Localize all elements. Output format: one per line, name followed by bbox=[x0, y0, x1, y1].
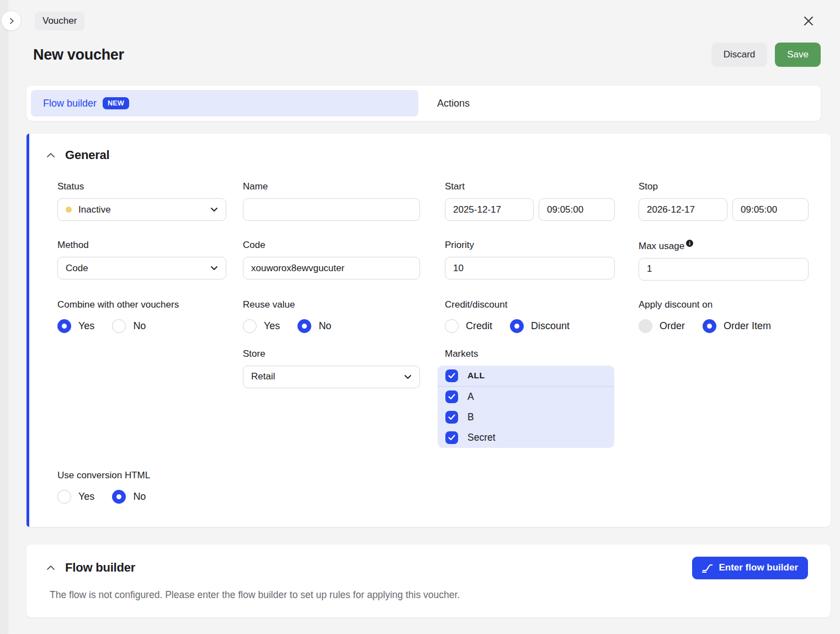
conversion-radio-group: Yes No bbox=[57, 490, 289, 504]
chevron-right-icon bbox=[8, 18, 15, 24]
topbar: Voucher bbox=[26, 0, 831, 30]
left-rail bbox=[0, 0, 7, 634]
radio-selected-icon[interactable] bbox=[297, 319, 311, 333]
credit-discount-label: Credit/discount bbox=[445, 299, 615, 310]
form-row-2: Method Code Code Priority Max usagei bbox=[38, 240, 809, 281]
combine-label: Combine with other vouchers bbox=[57, 299, 226, 310]
method-value: Code bbox=[66, 263, 88, 274]
radio-unselected-icon[interactable] bbox=[243, 319, 257, 333]
title-actions: Discard Save bbox=[711, 43, 821, 67]
general-section-header[interactable]: General bbox=[38, 148, 809, 162]
combine-radio-group: Yes No bbox=[57, 319, 226, 333]
combine-option-yes[interactable]: Yes bbox=[57, 319, 94, 333]
form-row-4: Store Retail Markets ALL bbox=[38, 348, 809, 448]
radio-selected-icon[interactable] bbox=[112, 490, 126, 504]
checkbox-checked-icon[interactable] bbox=[445, 390, 458, 403]
radio-disabled-icon[interactable] bbox=[639, 319, 652, 333]
markets-label: Markets bbox=[445, 348, 615, 360]
market-row-all[interactable]: ALL bbox=[438, 366, 614, 387]
chevron-down-icon bbox=[404, 374, 412, 379]
chevron-down-icon bbox=[210, 266, 218, 271]
discount-option[interactable]: Discount bbox=[510, 319, 570, 333]
priority-label: Priority bbox=[445, 240, 615, 251]
flow-builder-section-header[interactable]: Flow builder bbox=[38, 561, 135, 575]
status-label: Status bbox=[57, 181, 226, 192]
enter-flow-builder-label: Enter flow builder bbox=[719, 562, 798, 573]
conversion-option-yes[interactable]: Yes bbox=[57, 490, 94, 504]
tab-flow-builder[interactable]: Flow builder NEW bbox=[31, 90, 418, 117]
stop-time-input[interactable] bbox=[732, 198, 809, 221]
main-content: Voucher New voucher Discard Save Flow bu… bbox=[26, 0, 831, 617]
form-row-5: Use conversion HTML Yes No bbox=[38, 470, 809, 504]
reuse-label: Reuse value bbox=[243, 299, 420, 310]
reuse-option-no[interactable]: No bbox=[297, 319, 331, 333]
order-item-option[interactable]: Order Item bbox=[703, 319, 771, 333]
section-accent-bar bbox=[26, 134, 29, 527]
form-row-3: Combine with other vouchers Yes No Reuse… bbox=[38, 299, 809, 333]
market-row-b[interactable]: B bbox=[438, 407, 614, 427]
new-badge: NEW bbox=[103, 97, 129, 109]
checkbox-checked-icon[interactable] bbox=[445, 411, 458, 424]
order-option[interactable]: Order bbox=[639, 319, 685, 333]
code-input[interactable] bbox=[243, 257, 420, 279]
reuse-radio-group: Yes No bbox=[243, 319, 420, 333]
code-label: Code bbox=[243, 240, 420, 251]
store-value: Retail bbox=[251, 371, 275, 382]
tab-flow-builder-label: Flow builder bbox=[43, 98, 97, 109]
status-select[interactable]: Inactive bbox=[57, 198, 226, 221]
flow-builder-message: The flow is not configured. Please enter… bbox=[50, 589, 808, 601]
info-icon[interactable]: i bbox=[686, 240, 693, 247]
reuse-option-yes[interactable]: Yes bbox=[243, 319, 280, 333]
radio-selected-icon[interactable] bbox=[57, 319, 71, 333]
start-date-input[interactable] bbox=[445, 198, 534, 221]
name-input[interactable] bbox=[243, 198, 420, 221]
radio-unselected-icon[interactable] bbox=[112, 319, 126, 333]
max-usage-label: Max usagei bbox=[639, 240, 809, 252]
flow-builder-section-title: Flow builder bbox=[65, 561, 135, 575]
combine-option-no[interactable]: No bbox=[112, 319, 146, 333]
breadcrumb[interactable]: Voucher bbox=[35, 12, 84, 30]
status-dot-icon bbox=[66, 207, 72, 213]
expand-sidebar-button[interactable] bbox=[1, 10, 22, 31]
store-select[interactable]: Retail bbox=[243, 366, 420, 388]
stop-label: Stop bbox=[639, 181, 809, 192]
collapse-chevron-icon[interactable] bbox=[46, 152, 56, 158]
markets-panel: ALL A B bbox=[438, 366, 614, 448]
method-select[interactable]: Code bbox=[57, 257, 226, 279]
checkbox-checked-icon[interactable] bbox=[445, 431, 458, 444]
close-icon bbox=[803, 15, 814, 27]
radio-selected-icon[interactable] bbox=[510, 319, 524, 333]
market-row-secret[interactable]: Secret bbox=[438, 427, 614, 448]
max-usage-input[interactable] bbox=[639, 258, 809, 281]
chevron-down-icon bbox=[210, 207, 218, 212]
start-label: Start bbox=[445, 181, 615, 192]
credit-discount-radio-group: Credit Discount bbox=[445, 319, 615, 333]
priority-input[interactable] bbox=[445, 257, 615, 279]
radio-selected-icon[interactable] bbox=[703, 319, 716, 333]
conversion-option-no[interactable]: No bbox=[112, 490, 146, 504]
credit-option[interactable]: Credit bbox=[445, 319, 492, 333]
checkbox-checked-icon[interactable] bbox=[445, 369, 458, 382]
radio-unselected-icon[interactable] bbox=[57, 490, 71, 504]
general-section-title: General bbox=[65, 148, 110, 162]
name-label: Name bbox=[243, 181, 420, 192]
enter-flow-builder-button[interactable]: Enter flow builder bbox=[692, 557, 808, 579]
general-section: General Status Inactive Name bbox=[26, 134, 831, 527]
method-label: Method bbox=[57, 240, 226, 251]
conversion-html-label: Use conversion HTML bbox=[57, 470, 289, 481]
flow-icon bbox=[702, 563, 713, 573]
apply-discount-label: Apply discount on bbox=[639, 299, 809, 310]
start-time-input[interactable] bbox=[539, 198, 615, 221]
market-row-a[interactable]: A bbox=[438, 387, 614, 407]
stop-date-input[interactable] bbox=[639, 198, 727, 221]
save-button[interactable]: Save bbox=[775, 43, 821, 67]
flow-builder-section: Flow builder Enter flow builder The flow… bbox=[26, 545, 831, 617]
collapse-chevron-icon[interactable] bbox=[46, 565, 56, 570]
close-button[interactable] bbox=[803, 15, 814, 27]
store-label: Store bbox=[243, 348, 420, 360]
radio-unselected-icon[interactable] bbox=[445, 319, 459, 333]
discard-button[interactable]: Discard bbox=[711, 43, 768, 67]
tab-actions[interactable]: Actions bbox=[432, 91, 475, 116]
title-row: New voucher Discard Save bbox=[26, 43, 831, 67]
page-title: New voucher bbox=[33, 46, 124, 64]
